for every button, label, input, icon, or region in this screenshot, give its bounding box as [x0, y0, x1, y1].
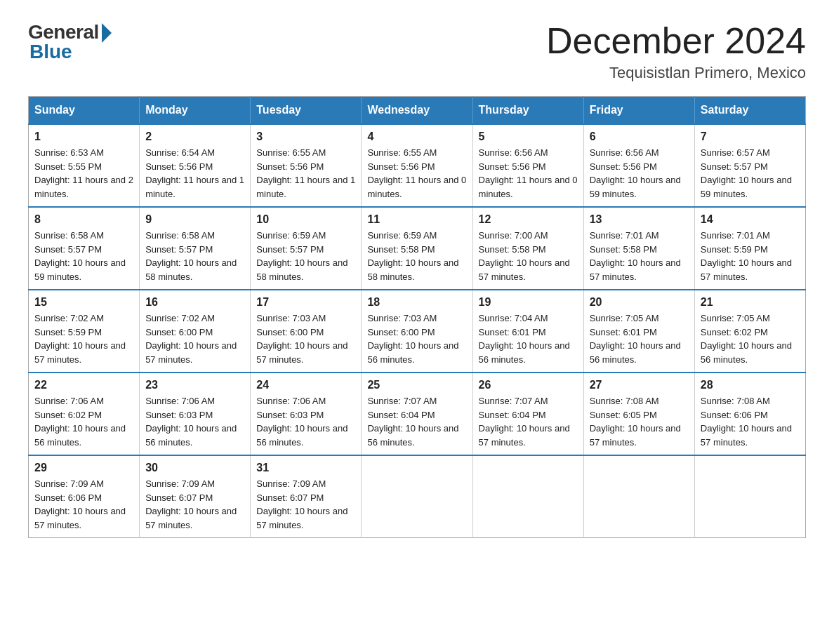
- day-number: 20: [590, 296, 689, 309]
- calendar-cell: 25Sunrise: 7:07 AMSunset: 6:04 PMDayligh…: [362, 373, 472, 455]
- day-number: 15: [34, 296, 133, 309]
- calendar-cell: 9Sunrise: 6:58 AMSunset: 5:57 PMDaylight…: [140, 207, 251, 290]
- calendar-cell: 19Sunrise: 7:04 AMSunset: 6:01 PMDayligh…: [472, 290, 583, 373]
- col-header-monday: Monday: [140, 97, 251, 125]
- day-number: 30: [145, 462, 244, 474]
- day-info: Sunrise: 7:09 AMSunset: 6:06 PMDaylight:…: [34, 477, 133, 532]
- day-info: Sunrise: 7:09 AMSunset: 6:07 PMDaylight:…: [256, 477, 355, 532]
- day-number: 25: [367, 379, 466, 391]
- calendar-cell: 6Sunrise: 6:56 AMSunset: 5:56 PMDaylight…: [583, 124, 694, 207]
- day-number: 17: [256, 296, 355, 309]
- day-info: Sunrise: 6:55 AMSunset: 5:56 PMDaylight:…: [367, 146, 466, 201]
- day-info: Sunrise: 6:59 AMSunset: 5:57 PMDaylight:…: [256, 229, 355, 283]
- week-row-4: 22Sunrise: 7:06 AMSunset: 6:02 PMDayligh…: [29, 373, 806, 455]
- header-right: December 2024 Tequisistlan Primero, Mexi…: [546, 21, 806, 82]
- day-number: 5: [479, 130, 578, 143]
- calendar-cell: 3Sunrise: 6:55 AMSunset: 5:56 PMDaylight…: [251, 124, 362, 207]
- page-header: General Blue December 2024 Tequisistlan …: [28, 21, 806, 82]
- day-info: Sunrise: 7:06 AMSunset: 6:03 PMDaylight:…: [145, 394, 244, 449]
- day-info: Sunrise: 7:05 AMSunset: 6:02 PMDaylight:…: [701, 311, 800, 366]
- day-number: 31: [256, 462, 355, 474]
- logo-blue-text: Blue: [29, 41, 72, 63]
- calendar-cell: 1Sunrise: 6:53 AMSunset: 5:55 PMDaylight…: [29, 124, 140, 207]
- day-number: 9: [145, 213, 244, 226]
- week-row-1: 1Sunrise: 6:53 AMSunset: 5:55 PMDaylight…: [29, 124, 806, 207]
- calendar-cell: 5Sunrise: 6:56 AMSunset: 5:56 PMDaylight…: [472, 124, 583, 207]
- col-header-friday: Friday: [583, 97, 694, 125]
- calendar-cell: 15Sunrise: 7:02 AMSunset: 5:59 PMDayligh…: [29, 290, 140, 373]
- col-header-thursday: Thursday: [472, 97, 583, 125]
- calendar-body: 1Sunrise: 6:53 AMSunset: 5:55 PMDaylight…: [29, 124, 806, 538]
- col-header-wednesday: Wednesday: [362, 97, 472, 125]
- col-header-saturday: Saturday: [694, 97, 805, 125]
- location-title: Tequisistlan Primero, Mexico: [546, 64, 806, 82]
- week-row-5: 29Sunrise: 7:09 AMSunset: 6:06 PMDayligh…: [29, 455, 806, 538]
- calendar-cell: 4Sunrise: 6:55 AMSunset: 5:56 PMDaylight…: [362, 124, 472, 207]
- day-number: 7: [701, 130, 800, 143]
- calendar-cell: 12Sunrise: 7:00 AMSunset: 5:58 PMDayligh…: [472, 207, 583, 290]
- day-number: 8: [34, 213, 133, 226]
- day-info: Sunrise: 6:59 AMSunset: 5:58 PMDaylight:…: [367, 229, 466, 283]
- calendar-cell: [694, 455, 805, 538]
- day-info: Sunrise: 7:06 AMSunset: 6:02 PMDaylight:…: [34, 394, 133, 449]
- calendar-cell: 7Sunrise: 6:57 AMSunset: 5:57 PMDaylight…: [694, 124, 805, 207]
- day-info: Sunrise: 7:01 AMSunset: 5:58 PMDaylight:…: [590, 229, 689, 283]
- day-number: 22: [34, 379, 133, 391]
- calendar-cell: 23Sunrise: 7:06 AMSunset: 6:03 PMDayligh…: [140, 373, 251, 455]
- day-number: 14: [701, 213, 800, 226]
- day-info: Sunrise: 6:58 AMSunset: 5:57 PMDaylight:…: [34, 229, 133, 283]
- calendar-cell: [362, 455, 472, 538]
- calendar-header-row: SundayMondayTuesdayWednesdayThursdayFrid…: [29, 97, 806, 125]
- day-number: 18: [367, 296, 466, 309]
- day-number: 13: [590, 213, 689, 226]
- day-info: Sunrise: 7:00 AMSunset: 5:58 PMDaylight:…: [479, 229, 578, 283]
- day-info: Sunrise: 7:07 AMSunset: 6:04 PMDaylight:…: [479, 394, 578, 449]
- day-info: Sunrise: 6:56 AMSunset: 5:56 PMDaylight:…: [590, 146, 689, 201]
- calendar-cell: 20Sunrise: 7:05 AMSunset: 6:01 PMDayligh…: [583, 290, 694, 373]
- day-number: 23: [145, 379, 244, 391]
- week-row-2: 8Sunrise: 6:58 AMSunset: 5:57 PMDaylight…: [29, 207, 806, 290]
- day-info: Sunrise: 6:58 AMSunset: 5:57 PMDaylight:…: [145, 229, 244, 283]
- day-number: 21: [701, 296, 800, 309]
- col-header-sunday: Sunday: [29, 97, 140, 125]
- calendar-cell: 30Sunrise: 7:09 AMSunset: 6:07 PMDayligh…: [140, 455, 251, 538]
- calendar-cell: 28Sunrise: 7:08 AMSunset: 6:06 PMDayligh…: [694, 373, 805, 455]
- day-number: 28: [701, 379, 800, 391]
- day-number: 26: [479, 379, 578, 391]
- day-info: Sunrise: 7:09 AMSunset: 6:07 PMDaylight:…: [145, 477, 244, 532]
- day-info: Sunrise: 7:03 AMSunset: 6:00 PMDaylight:…: [256, 311, 355, 366]
- week-row-3: 15Sunrise: 7:02 AMSunset: 5:59 PMDayligh…: [29, 290, 806, 373]
- col-header-tuesday: Tuesday: [251, 97, 362, 125]
- calendar-cell: 24Sunrise: 7:06 AMSunset: 6:03 PMDayligh…: [251, 373, 362, 455]
- calendar-table: SundayMondayTuesdayWednesdayThursdayFrid…: [28, 96, 806, 538]
- calendar-cell: 10Sunrise: 6:59 AMSunset: 5:57 PMDayligh…: [251, 207, 362, 290]
- month-title: December 2024: [546, 21, 806, 61]
- day-number: 12: [479, 213, 578, 226]
- day-number: 19: [479, 296, 578, 309]
- logo: General Blue: [28, 21, 112, 63]
- day-number: 1: [34, 130, 133, 143]
- calendar-cell: 21Sunrise: 7:05 AMSunset: 6:02 PMDayligh…: [694, 290, 805, 373]
- calendar-cell: 13Sunrise: 7:01 AMSunset: 5:58 PMDayligh…: [583, 207, 694, 290]
- day-info: Sunrise: 7:08 AMSunset: 6:06 PMDaylight:…: [701, 394, 800, 449]
- day-number: 11: [367, 213, 466, 226]
- day-number: 29: [34, 462, 133, 474]
- calendar-cell: 8Sunrise: 6:58 AMSunset: 5:57 PMDaylight…: [29, 207, 140, 290]
- day-info: Sunrise: 7:02 AMSunset: 6:00 PMDaylight:…: [145, 311, 244, 366]
- day-number: 27: [590, 379, 689, 391]
- calendar-cell: [583, 455, 694, 538]
- calendar-cell: 29Sunrise: 7:09 AMSunset: 6:06 PMDayligh…: [29, 455, 140, 538]
- day-info: Sunrise: 7:06 AMSunset: 6:03 PMDaylight:…: [256, 394, 355, 449]
- day-number: 16: [145, 296, 244, 309]
- day-info: Sunrise: 7:08 AMSunset: 6:05 PMDaylight:…: [590, 394, 689, 449]
- calendar-cell: 17Sunrise: 7:03 AMSunset: 6:00 PMDayligh…: [251, 290, 362, 373]
- day-info: Sunrise: 7:07 AMSunset: 6:04 PMDaylight:…: [367, 394, 466, 449]
- day-number: 3: [256, 130, 355, 143]
- day-number: 2: [145, 130, 244, 143]
- day-number: 24: [256, 379, 355, 391]
- day-info: Sunrise: 6:55 AMSunset: 5:56 PMDaylight:…: [256, 146, 355, 201]
- calendar-cell: 11Sunrise: 6:59 AMSunset: 5:58 PMDayligh…: [362, 207, 472, 290]
- calendar-cell: [472, 455, 583, 538]
- calendar-cell: 26Sunrise: 7:07 AMSunset: 6:04 PMDayligh…: [472, 373, 583, 455]
- day-number: 4: [367, 130, 466, 143]
